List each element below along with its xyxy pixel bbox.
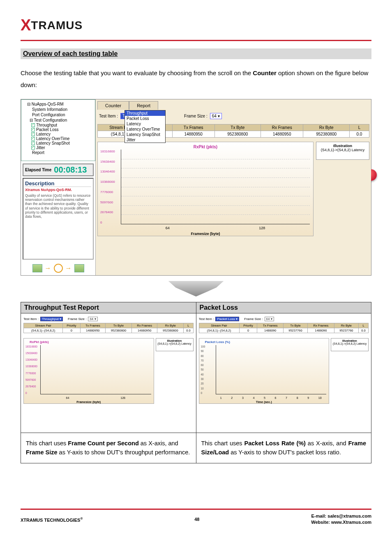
logo: X TRAMUS bbox=[21, 16, 371, 37]
x-title: Framesize (byte) bbox=[98, 232, 313, 236]
col-throughput: Throughput Test Report Test Item : Throu… bbox=[21, 302, 196, 463]
tree-latot[interactable]: Latency OverTime bbox=[23, 136, 93, 141]
elapsed-time: 00:08:13 bbox=[54, 165, 87, 175]
logo-text: TRAMUS bbox=[31, 19, 83, 32]
footer-left: XTRAMUS TECHNOLOGIES® bbox=[21, 517, 83, 523]
section-title: Overview of each testing table bbox=[21, 48, 371, 59]
controls-row: Test Item : Throughput ▾ Frame Size : 64… bbox=[97, 110, 369, 122]
clock-icon bbox=[54, 264, 63, 273]
tree-thr[interactable]: Throughput bbox=[23, 123, 93, 127]
mini-table-left: Stream PairPriorityTx FramesTx ByteRx Fr… bbox=[23, 323, 194, 333]
chart-area: RxPkt (pkts) 183168001563840013046400103… bbox=[97, 142, 369, 236]
comparison-table: Throughput Test Report Test Item : Throu… bbox=[21, 302, 371, 463]
mini-test-select[interactable]: Packet Loss ▾ bbox=[215, 317, 239, 321]
tree-jit[interactable]: Jitter bbox=[23, 145, 93, 150]
desc-text: Quality of service (QoS) refers to resou… bbox=[25, 193, 91, 219]
nav-tree[interactable]: ⊟ NuApps-QoS-RM System Information Port … bbox=[21, 99, 95, 161]
mc-plot bbox=[216, 345, 327, 394]
icon-row: → → bbox=[21, 261, 95, 275]
page-footer: XTRAMUS TECHNOLOGIES® 48 E-mail: sales@x… bbox=[21, 510, 371, 526]
left-panel: ⊟ NuApps-QoS-RM System Information Port … bbox=[21, 99, 96, 275]
mc-x: 64128 bbox=[40, 396, 151, 399]
tree-lat[interactable]: Latency bbox=[23, 132, 93, 136]
mc-x: 12345678910 bbox=[216, 396, 327, 399]
tree-latss[interactable]: Latency SnapShot bbox=[23, 141, 93, 145]
dd-throughput[interactable]: Throughput bbox=[125, 111, 165, 116]
y-axis: 1831680015638400130464001036800077760005… bbox=[100, 150, 115, 224]
elapsed-box: Elapsed Time 00:08:13 bbox=[23, 164, 94, 176]
app-window: ⊟ NuApps-QoS-RM System Information Port … bbox=[21, 99, 371, 276]
mini-controls: Test Item : Throughput ▾ Frame Size : 64… bbox=[23, 316, 194, 323]
dd-latency[interactable]: Latency bbox=[125, 121, 165, 127]
arrow-icon: → bbox=[45, 265, 51, 272]
table-row: (S4,8,1)--(S4,8,2)0148809509523808001488… bbox=[24, 328, 194, 333]
main-chart: RxPkt (pkts) 183168001563840013046400103… bbox=[97, 142, 314, 236]
mini-chart-left: RxPkt (pkts) 183168001563840013046400103… bbox=[23, 338, 154, 404]
th-rxf: Rx Frames bbox=[261, 124, 303, 131]
tree-test[interactable]: ⊟ Test Configuration bbox=[23, 117, 93, 123]
illustration-box: Illustration (S4,8,1)->(S4,8,2) Latency bbox=[316, 142, 369, 160]
description-box: Description Xtramus NuApps-QoS-RM. Quali… bbox=[23, 178, 94, 260]
chart-title: RxPkt (pkts) bbox=[100, 145, 311, 149]
mini-frame-select[interactable]: 64 ▾ bbox=[265, 317, 274, 321]
mini-controls: Test Item : Packet Loss ▾ Frame Size : 6… bbox=[199, 316, 369, 323]
x-labels: 64128 bbox=[121, 226, 310, 230]
th-txb: Tx Byte bbox=[214, 124, 261, 131]
tab-counter[interactable]: Counter bbox=[97, 101, 129, 110]
tree-root[interactable]: ⊟ NuApps-QoS-RM bbox=[23, 101, 93, 107]
mini-illus-right: Illustration (S4,8,1)->(S4,8,2) Latency bbox=[331, 338, 369, 351]
th-l: L bbox=[349, 124, 369, 131]
mc-y: 1009080706050403020100 bbox=[201, 345, 205, 394]
dd-latency-ot[interactable]: Latency OverTime bbox=[125, 127, 165, 132]
dd-packetloss[interactable]: Packet Loss bbox=[125, 116, 165, 121]
tree-port[interactable]: Port Configuration bbox=[23, 112, 93, 117]
mini-illus-left: Illustration (S4,8,1)->(S4,8,2) Latency bbox=[156, 338, 194, 351]
th-rxb: Rx Byte bbox=[303, 124, 350, 131]
frame-size-select[interactable]: 64 ▾ bbox=[210, 113, 222, 119]
dropdown-list[interactable]: Throughput Packet Loss Latency Latency O… bbox=[125, 110, 166, 143]
tab-report[interactable]: Report bbox=[129, 101, 158, 110]
test-item-label: Test Item : bbox=[99, 114, 118, 118]
arrow-down-icon bbox=[21, 280, 371, 299]
dd-latency-ss[interactable]: Latency SnapShot bbox=[125, 132, 165, 137]
mc-plot bbox=[40, 345, 151, 394]
plot-area bbox=[121, 150, 310, 224]
logo-x: X bbox=[21, 16, 31, 34]
mc-y: 1831680015638400130464001036800077760005… bbox=[25, 345, 37, 394]
footer-right: E-mail: sales@xtramus.com Website: www.X… bbox=[311, 513, 371, 526]
desc-sub: Xtramus NuApps-QoS-RM. bbox=[25, 188, 91, 192]
mini-chart-right: Packet Loss (%) 1009080706050403020100 1… bbox=[199, 338, 330, 404]
desc-title: Description bbox=[25, 180, 91, 187]
tree-rep[interactable]: Report bbox=[23, 150, 93, 155]
frame-size-label: Frame Size : bbox=[184, 114, 208, 118]
col-footer-left: This chart uses Frame Count per Second a… bbox=[21, 433, 196, 463]
elapsed-label: Elapsed Time bbox=[25, 168, 51, 172]
col-header-left: Throughput Test Report bbox=[21, 302, 196, 313]
table-row: (S4,8,1)--(S4,8,2)0148809095237760148809… bbox=[199, 328, 369, 333]
page-number: 48 bbox=[194, 517, 199, 522]
svg-marker-0 bbox=[167, 281, 225, 297]
col-packetloss: Packet Loss Test Item : Packet Loss ▾ Fr… bbox=[196, 302, 371, 463]
tree-pkt[interactable]: Packet Loss bbox=[23, 127, 93, 132]
header-rule bbox=[21, 40, 371, 41]
col-footer-right: This chart uses Packet Loss Rate (%) as … bbox=[196, 433, 371, 463]
tree-sys[interactable]: System Information bbox=[23, 107, 93, 112]
col-header-right: Packet Loss bbox=[196, 302, 371, 313]
tab-row: Counter Report bbox=[97, 101, 369, 110]
th-txf: Tx Frames bbox=[172, 124, 214, 131]
mini-frame-select[interactable]: 64 ▾ bbox=[88, 317, 97, 321]
device-icon bbox=[32, 264, 42, 272]
right-panel: Counter Report Test Item : Throughput ▾ … bbox=[96, 99, 371, 275]
mini-test-select[interactable]: Throughput ▾ bbox=[40, 317, 63, 321]
arrow-icon: → bbox=[65, 265, 72, 272]
mini-table-right: Stream PairPriorityTx FramesTx ByteRx Fr… bbox=[199, 323, 369, 333]
device-icon bbox=[74, 264, 84, 272]
dd-jitter[interactable]: Jitter bbox=[125, 137, 165, 143]
intro-text: Choose the testing table that you want t… bbox=[21, 67, 371, 91]
